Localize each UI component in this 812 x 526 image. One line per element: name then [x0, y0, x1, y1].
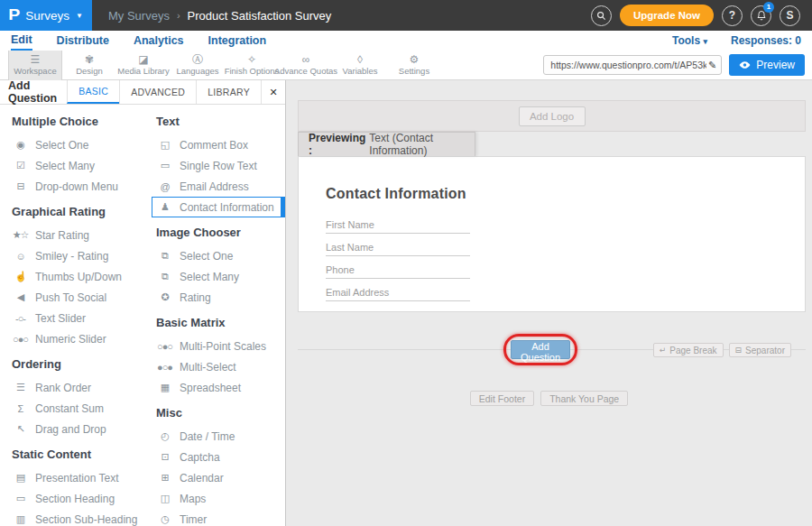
question-type-item[interactable]: ⧉ Select One	[156, 245, 285, 266]
tool-icon: ∞	[302, 54, 310, 66]
question-type-item[interactable]: ⊞ Calendar	[156, 467, 285, 488]
upgrade-now-button[interactable]: Upgrade Now	[620, 5, 714, 26]
insert-controls: ↵ Page Break ⊟ Separator	[653, 343, 791, 357]
question-type-group: Static Content ▤ Presentation Text ▭	[12, 447, 156, 526]
notifications-button[interactable]: 1	[751, 5, 771, 26]
nav-tab[interactable]: Analytics	[134, 32, 184, 50]
tool-icon: ◊	[357, 54, 363, 66]
close-panel-button[interactable]: ✕	[261, 80, 285, 104]
question-type-item[interactable]: ○●○ Numeric Slider	[12, 328, 156, 349]
question-type-item[interactable]: ●○● Multi-Select	[156, 356, 285, 377]
survey-url-input[interactable]	[544, 60, 708, 70]
question-type-item[interactable]: ⧉ Select Many	[156, 266, 285, 287]
question-type-item[interactable]: ◴ Date / Time	[156, 426, 285, 447]
question-type-item[interactable]: ★☆ Star Rating	[12, 225, 156, 245]
responses-link[interactable]: Responses: 0	[731, 34, 801, 47]
separator-button[interactable]: ⊟ Separator	[729, 343, 791, 357]
question-type-label: Spreadsheet	[180, 382, 241, 394]
notification-badge: 1	[763, 2, 774, 13]
chevron-down-icon: ▾	[703, 37, 707, 46]
account-avatar[interactable]: S	[780, 5, 800, 26]
panel-tab[interactable]: LIBRARY	[196, 80, 261, 104]
toolbar-tool[interactable]: ∞ Advance Quotas	[279, 51, 333, 80]
surveys-menu[interactable]: P Surveys ▼	[0, 0, 92, 31]
question-type-icon: ⧉	[156, 271, 173, 282]
question-type-label: Section Heading	[35, 493, 115, 505]
toolbar-tool[interactable]: ◪ Media Library	[116, 51, 171, 80]
tool-label: Design	[76, 66, 103, 76]
question-type-item[interactable]: Σ Constant Sum	[12, 398, 156, 419]
question-type-item[interactable]: ✪ Rating	[156, 287, 285, 308]
question-type-item[interactable]: -○- Text Slider	[12, 308, 156, 328]
questionpro-app: P Surveys ▼ My Surveys › Product Satisfa…	[0, 0, 812, 526]
form-field-input[interactable]: Phone	[326, 256, 470, 279]
contact-form-fields: First NameLast NamePhoneEmail Address	[326, 211, 470, 301]
tools-menu[interactable]: Tools ▾	[672, 34, 707, 47]
toolbar-tool[interactable]: ⚙ Settings	[387, 51, 441, 80]
panel-tab[interactable]: ADVANCED	[119, 80, 196, 104]
question-type-item[interactable]: ○●○ Multi-Point Scales	[156, 336, 285, 356]
nav-tab[interactable]: Edit	[11, 31, 32, 51]
toolbar-tool[interactable]: ✾ Design	[62, 51, 116, 80]
question-type-item[interactable]: ◫ Maps	[156, 488, 285, 509]
question-type-icon: @	[156, 181, 173, 192]
tool-label: Languages	[176, 66, 218, 76]
edit-footer-button[interactable]: Edit Footer	[470, 391, 534, 406]
question-type-label: Drop-down Menu	[35, 180, 118, 193]
page-break-icon: ↵	[660, 346, 667, 355]
question-type-item[interactable]: ◷ Timer	[156, 509, 285, 526]
add-selected-question-button[interactable]: +	[281, 198, 285, 217]
toolbar-tool[interactable]: ✧ Finish Options	[225, 51, 279, 80]
nav-tab[interactable]: Distribute	[57, 32, 109, 50]
breadcrumb-separator: ›	[177, 10, 180, 21]
question-type-item[interactable]: ♟ Contact Information +	[152, 197, 285, 217]
breadcrumb-my-surveys[interactable]: My Surveys	[108, 9, 170, 23]
question-type-label: Numeric Slider	[35, 333, 106, 346]
search-button[interactable]	[591, 5, 612, 26]
question-type-item[interactable]: ▤ Presentation Text	[12, 467, 156, 488]
question-type-label: Star Rating	[35, 229, 89, 242]
question-type-item[interactable]: ▭ Single Row Text	[156, 155, 285, 176]
question-type-item[interactable]: ☑ Select Many	[12, 155, 156, 176]
question-type-icon: ◫	[156, 493, 173, 504]
question-type-icon: ▭	[156, 160, 173, 171]
question-type-label: Rank Order	[35, 382, 91, 394]
question-type-item[interactable]: ☝ Thumbs Up/Down	[12, 266, 156, 287]
toolbar-tool[interactable]: Ⓐ Languages	[171, 51, 225, 80]
form-field-input[interactable]: Last Name	[326, 234, 470, 256]
questionpro-logo-icon: P	[8, 6, 20, 24]
page-break-button[interactable]: ↵ Page Break	[653, 343, 724, 357]
question-type-item[interactable]: ☰ Rank Order	[12, 377, 156, 398]
tool-label: Media Library	[117, 66, 170, 76]
nav-tab[interactable]: Integration	[208, 32, 267, 50]
question-type-item[interactable]: ⊡ Captcha	[156, 447, 285, 467]
question-type-item[interactable]: @ Email Address	[156, 176, 285, 197]
question-type-item[interactable]: ◉ Select One	[12, 134, 156, 155]
question-type-item[interactable]: ▥ Section Sub-Heading	[12, 509, 156, 526]
toolbar-tool[interactable]: ◊ Variables	[333, 51, 387, 80]
question-type-label: Contact Information	[180, 201, 274, 214]
question-type-item[interactable]: ▦ Spreadsheet	[156, 377, 285, 398]
question-type-item[interactable]: ◀ Push To Social	[12, 287, 156, 308]
question-type-icon: ◀	[12, 291, 29, 303]
question-type-icon: ○●○	[12, 334, 29, 345]
preview-button[interactable]: Preview	[729, 54, 805, 76]
form-field-input[interactable]: First Name	[326, 211, 470, 234]
edit-url-pencil-icon[interactable]: ✎	[708, 60, 721, 71]
question-type-group: Text ◱ Comment Box ▭ Single Row T	[156, 114, 285, 217]
question-type-item[interactable]: ☺ Smiley - Rating	[12, 245, 156, 266]
question-type-item[interactable]: ◱ Comment Box	[156, 134, 285, 155]
form-field-input[interactable]: Email Address	[326, 279, 470, 301]
thank-you-page-button[interactable]: Thank You Page	[540, 391, 628, 406]
question-type-item[interactable]: ↖ Drag and Drop	[12, 419, 156, 439]
add-question-button[interactable]: Add Question	[511, 340, 570, 359]
question-type-label: Multi-Select	[180, 361, 236, 374]
question-type-item[interactable]: ▭ Section Heading	[12, 488, 156, 509]
help-button[interactable]: ?	[722, 5, 743, 26]
panel-tab[interactable]: BASIC	[67, 80, 119, 104]
question-type-label: Timer	[180, 513, 207, 526]
question-type-icon: ★☆	[12, 229, 29, 241]
toolbar-tool[interactable]: ☰ Workspace	[8, 51, 62, 80]
add-logo-button[interactable]: Add Logo	[519, 106, 586, 126]
question-type-item[interactable]: ⊟ Drop-down Menu	[12, 176, 156, 197]
